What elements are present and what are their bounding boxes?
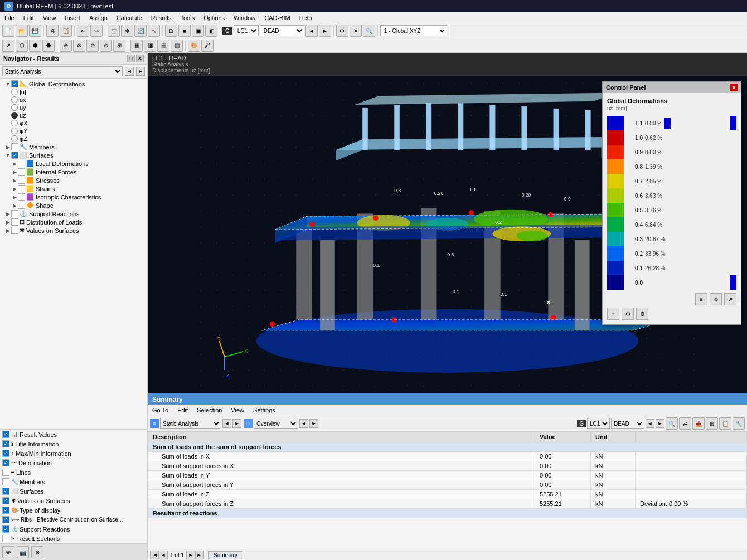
redo-btn[interactable]: ↪ — [90, 25, 103, 37]
footer-first-btn[interactable]: |◄ — [150, 551, 159, 559]
nav-result-values[interactable]: ✓ 📊 Result Values — [0, 430, 147, 439]
lc-prev[interactable]: ◄ — [305, 25, 318, 37]
t2-btn9[interactable]: ⊞ — [113, 40, 125, 52]
cb-members[interactable] — [11, 143, 18, 150]
footer-prev-btn[interactable]: ◄ — [159, 551, 168, 559]
save-btn[interactable]: 💾 — [29, 25, 41, 37]
panel-settings-btn[interactable]: ⚙ — [31, 546, 43, 558]
scale-btn[interactable]: ⤡ — [148, 25, 160, 37]
t2-btn7[interactable]: ⊘ — [86, 40, 99, 52]
lc-selector[interactable]: LC1 — [234, 25, 259, 36]
nav-members[interactable]: 🔧 Members — [0, 477, 147, 486]
panel-eye-btn[interactable]: 👁 — [2, 546, 14, 558]
cb-shape[interactable] — [18, 202, 25, 209]
summary-edit[interactable]: Edit — [176, 406, 189, 414]
new-btn[interactable]: 📄 — [2, 25, 14, 37]
expand-global-deformations[interactable]: ▼ — [4, 81, 11, 87]
summary-view-select[interactable]: Overview — [254, 418, 298, 429]
cp-chart-btn[interactable]: ⚙ — [710, 293, 722, 305]
menu-edit[interactable]: Edit — [19, 13, 38, 22]
control-panel-close-btn[interactable]: ✕ — [730, 84, 738, 91]
nav-surfaces-bottom[interactable]: ✓ ⬜ Surfaces — [0, 486, 147, 496]
summary-lc-select[interactable]: LC1 — [587, 418, 610, 429]
cp-table-btn[interactable]: ≡ — [695, 293, 707, 305]
view-top[interactable]: ◧ — [205, 25, 217, 37]
analysis-prev-btn[interactable]: ◄ — [125, 67, 134, 76]
cb-surfaces[interactable]: ✓ — [11, 152, 18, 159]
menu-window[interactable]: Window — [229, 13, 260, 22]
footer-next-btn[interactable]: ► — [186, 551, 195, 559]
tree-item-distribution-loads[interactable]: ▶ ⊞ Distribution of Loads — [1, 218, 146, 226]
cb-distribution-loads[interactable] — [11, 218, 18, 226]
t2-btn6[interactable]: ⊗ — [73, 40, 85, 52]
select-btn[interactable]: ⬚ — [108, 25, 120, 37]
footer-last-btn[interactable]: ►| — [195, 551, 204, 559]
expand-internal-forces[interactable]: ▶ — [11, 169, 18, 175]
nav-lines[interactable]: ━ Lines — [0, 468, 147, 477]
summary-view-next[interactable]: ► — [309, 419, 318, 428]
nav-close-btn[interactable]: ✕ — [136, 55, 144, 62]
summary-analysis-select[interactable]: Static Analysis — [160, 418, 221, 429]
view-side[interactable]: ▣ — [192, 25, 204, 37]
zoom-btn[interactable]: 🔍 — [363, 25, 375, 37]
3d-scene[interactable]: 0.1 0.1 0.3 0.1 0.1 0.1 0.2 0.20 0.3 0.3… — [148, 76, 747, 393]
t2-color2[interactable]: 🖌 — [201, 40, 214, 52]
footer-summary-tab[interactable]: Summary — [208, 551, 242, 559]
radio-u[interactable] — [11, 89, 18, 95]
summary-settings[interactable]: Settings — [252, 406, 277, 414]
cb-support-reactions[interactable] — [11, 210, 18, 217]
nav-ribs[interactable]: ✓ ⟺ Ribs - Effective Contribution on Sur… — [0, 515, 147, 524]
cp-icon2-btn[interactable]: ⚙ — [622, 308, 634, 320]
nav-deformation[interactable]: ✓ 〰 Deformation — [0, 458, 147, 468]
print2-btn[interactable]: 📋 — [60, 25, 72, 37]
print-btn[interactable]: 🖨 — [46, 25, 59, 37]
t2-btn8[interactable]: ⊙ — [100, 40, 112, 52]
stop-btn[interactable]: ✕ — [350, 25, 362, 37]
move-btn[interactable]: ✥ — [121, 25, 133, 37]
tree-item-surfaces[interactable]: ▼ ✓ ⬜ Surfaces — [1, 151, 146, 159]
tree-item-phiy[interactable]: φY — [1, 127, 146, 135]
tree-item-u[interactable]: |u| — [1, 88, 146, 96]
t2-btn2[interactable]: ⬡ — [16, 40, 28, 52]
lc-name-selector[interactable]: DEAD — [260, 25, 304, 36]
cb-local-def[interactable] — [18, 160, 25, 167]
radio-phiy[interactable] — [11, 128, 18, 134]
undo-btn[interactable]: ↩ — [77, 25, 89, 37]
radio-uy[interactable] — [11, 104, 18, 111]
summary-lc-prev[interactable]: ◄ — [646, 419, 654, 428]
calc-btn[interactable]: ⚙ — [336, 25, 348, 37]
summary-analysis-next[interactable]: ► — [232, 419, 241, 428]
cb-values-surfaces[interactable] — [11, 227, 18, 234]
menu-calculate[interactable]: Calculate — [112, 13, 147, 22]
tree-item-strains[interactable]: ▶ 🟨 Strains — [1, 184, 146, 193]
analysis-next-btn[interactable]: ► — [136, 67, 145, 76]
lc-next[interactable]: ► — [319, 25, 331, 37]
summary-view-prev[interactable]: ◄ — [299, 419, 308, 428]
expand-local-def[interactable]: ▶ — [11, 161, 18, 167]
summary-view[interactable]: View — [230, 406, 245, 414]
cb-isotropic[interactable] — [18, 193, 25, 201]
panel-camera-btn[interactable]: 📷 — [17, 546, 29, 558]
expand-distribution-loads[interactable]: ▶ — [4, 220, 11, 225]
t2-render3[interactable]: ▤ — [157, 40, 169, 52]
t2-btn3[interactable]: ⬢ — [29, 40, 41, 52]
tree-item-phiz[interactable]: φZ — [1, 135, 146, 143]
nav-support-reactions-bottom[interactable]: ✓ ⚓ Support Reactions — [0, 524, 147, 534]
tree-item-ux[interactable]: ux — [1, 96, 146, 104]
nav-maxmin-information[interactable]: ✓ ↕ Max/Min Information — [0, 449, 147, 458]
expand-strains[interactable]: ▶ — [11, 186, 18, 192]
summary-print-btn[interactable]: 🖨 — [679, 417, 691, 430]
cb-stresses[interactable] — [18, 177, 25, 184]
t2-render4[interactable]: ▧ — [171, 40, 183, 52]
summary-selection[interactable]: Selection — [196, 406, 223, 414]
menu-options[interactable]: Options — [199, 13, 229, 22]
t2-btn4[interactable]: ⬣ — [42, 40, 55, 52]
menu-help[interactable]: Help — [295, 13, 317, 22]
expand-surfaces[interactable]: ▼ — [4, 153, 11, 158]
nav-restore-btn[interactable]: □ — [127, 55, 135, 62]
summary-export-btn[interactable]: 📤 — [692, 417, 705, 430]
cp-export-btn[interactable]: ↗ — [724, 293, 736, 305]
summary-lc-name-select[interactable]: DEAD — [611, 418, 644, 429]
menu-cadbim[interactable]: CAD-BIM — [260, 13, 294, 22]
menu-insert[interactable]: Insert — [60, 13, 85, 22]
